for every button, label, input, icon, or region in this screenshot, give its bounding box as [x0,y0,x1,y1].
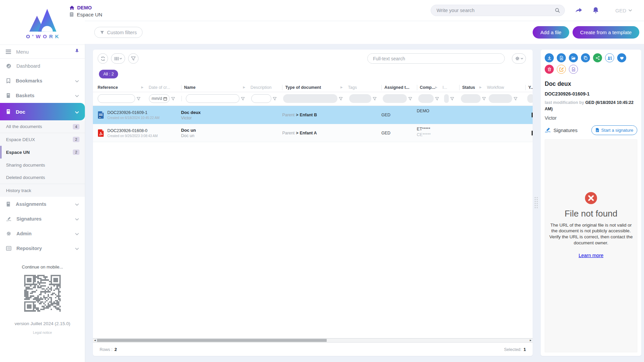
breadcrumb-space[interactable]: Espace UN [69,12,102,17]
breadcrumb-app[interactable]: DEMO [69,5,102,10]
share-button[interactable] [593,53,602,62]
custom-filters-button[interactable]: Custom filters [94,27,143,38]
column-header-description[interactable]: Description [248,83,280,92]
filter-input-reference[interactable] [98,94,135,103]
search-icon[interactable] [555,8,560,13]
horizontal-scrollbar[interactable]: ◄ ► [93,338,533,343]
edit-button[interactable] [557,65,566,74]
filter-icon[interactable] [482,97,486,101]
filter-icon[interactable] [137,97,141,101]
sidebar-item-sharing-documents[interactable]: Sharing documents [0,159,85,171]
delete-button[interactable] [545,65,554,74]
chevron-down-icon [75,216,79,222]
refresh-button[interactable] [98,53,108,64]
filter-icon[interactable] [273,97,277,101]
gear-icon [6,231,11,236]
column-header-type-of-document[interactable]: Type of document▶ [279,83,345,92]
type-separator: > [296,131,298,135]
filter-icon[interactable] [339,97,343,101]
sidebar-item-history-track[interactable]: History track [0,184,85,197]
signatures-header: Signatures [545,127,578,133]
column-header-y[interactable]: Y... [523,83,533,92]
users-button[interactable] [605,53,614,62]
sidebar-item-deleted-documents[interactable]: Deleted documents [0,171,85,184]
sidebar-item-label: Admin [16,231,32,236]
column-header-assigned-to[interactable]: Assigned t... [379,83,414,92]
reference-cell: DOC230926-01608-0 Created on 9/26/2023 3… [107,128,158,138]
filter-date-input[interactable]: mm/d [149,94,170,103]
signatures-row: Signatures Start a signature [545,125,637,135]
share-arrow-icon[interactable] [575,7,582,13]
sidebar-item-bookmarks[interactable]: Bookmarks [0,73,85,88]
column-header-date-of-creation[interactable]: Date of cr... [146,83,178,92]
download-icon [547,56,552,60]
scroll-left-arrow[interactable]: ◄ [93,339,97,342]
sidebar-item-repository[interactable]: Repository [0,241,85,256]
sidebar-item-all-documents[interactable]: All the documents 4 [0,120,85,133]
table-header-row: Reference▶ Date of cr... Name▶ Descripti… [93,83,533,92]
sidebar-item-admin[interactable]: Admin [0,226,85,241]
column-header-tags[interactable]: Tags [345,83,379,92]
download-button[interactable] [545,53,554,62]
open-folder-button[interactable] [569,53,578,62]
upload-file-button[interactable] [557,53,566,62]
filter-icon[interactable] [450,97,454,101]
column-header-name[interactable]: Name▶ [178,83,248,92]
legal-notice-link[interactable]: Legal notice [0,330,85,335]
sidebar-item-dashboard[interactable]: Dashboard [0,59,85,73]
learn-more-link[interactable]: Learn more [579,253,603,258]
sidebar-item-signatures[interactable]: Signatures [0,212,85,226]
all-count-badge[interactable]: All : 2 [99,70,118,78]
add-file-button[interactable]: Add a file [533,26,569,39]
users-icon [607,56,612,60]
filter-input-name[interactable] [186,94,239,103]
bell-icon[interactable] [592,7,599,14]
column-header-status[interactable]: Status▶ [457,83,484,92]
panel-resize-handle[interactable] [535,197,538,208]
column-header-i[interactable]: I... [440,83,457,92]
table-row[interactable]: DOC230926-01608-0 Created on 9/26/2023 3… [93,124,533,142]
assigned-to: GED [381,113,390,117]
list-icon [6,246,11,251]
header-search-zone: GED [431,5,632,16]
scrollbar-thumb[interactable] [97,339,327,342]
document-reference: DOC230926-01608-0 [107,128,158,133]
sidebar: O'WORK Menu Dashboard Bookmarks Baskets [0,0,85,362]
user-menu[interactable]: GED [615,8,632,13]
menu-toggle[interactable]: Menu [0,45,85,59]
document-properties-button[interactable] [569,65,578,74]
start-signature-button[interactable]: Start a signature [591,125,637,135]
sidebar-item-doc[interactable]: Doc [0,103,85,120]
favorite-button[interactable] [617,53,626,62]
fulltext-search-input[interactable] [367,53,505,64]
filter-icon[interactable] [171,97,175,101]
table-row[interactable]: w DOC230926-01609-1 Created on 6/18/2024… [93,106,533,124]
company: ET***** [417,126,440,132]
filter-icon[interactable] [408,97,412,101]
sidebar-item-assignments[interactable]: Assignments [0,197,85,212]
column-header-workflow[interactable]: Workflow [484,83,523,92]
filter-icon[interactable] [241,97,245,101]
sort-caret-icon: ▶ [435,86,437,89]
filter-icon[interactable] [435,97,439,101]
filter-disabled-status [461,94,481,103]
count-badge: 4 [73,124,79,129]
global-search-input[interactable] [436,8,555,13]
sidebar-item-espace-un[interactable]: Espace UN 2 [0,146,85,159]
filter-button[interactable] [128,53,139,64]
copy-button[interactable] [581,53,590,62]
table-settings-button[interactable] [512,53,526,64]
columns-button[interactable] [111,53,125,64]
create-from-template-button[interactable]: Create from a template [573,26,639,39]
scroll-right-arrow[interactable]: ► [529,339,533,342]
column-header-company[interactable]: Comp...▶ [414,83,440,92]
filter-icon[interactable] [373,97,377,101]
column-header-reference[interactable]: Reference▶ [95,83,146,92]
count-badge: 2 [73,149,79,155]
filter-input-description[interactable] [251,94,271,103]
file-upload-icon [559,56,564,60]
pin-sidebar-icon[interactable] [75,49,79,55]
sidebar-item-espace-deux[interactable]: Espace DEUX 2 [0,133,85,146]
filter-icon[interactable] [514,97,518,101]
sidebar-item-baskets[interactable]: Baskets [0,88,85,103]
